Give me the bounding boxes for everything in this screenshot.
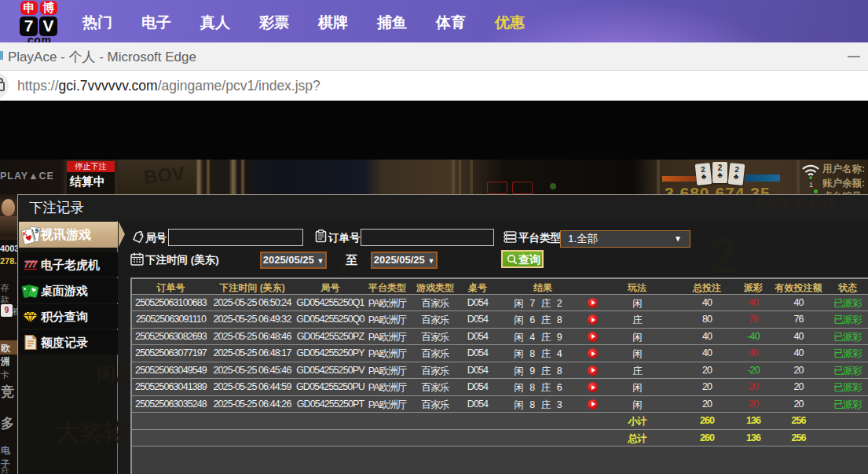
svg-text:777: 777 xyxy=(24,259,38,269)
